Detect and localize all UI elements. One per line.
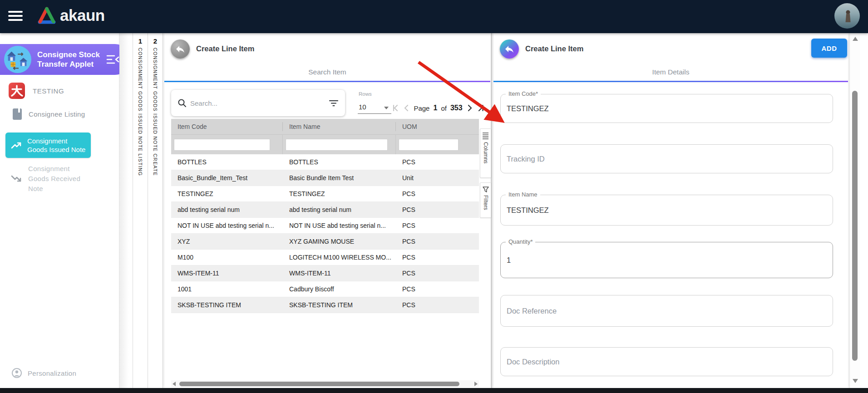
horizontal-scroll-thumb[interactable]: [179, 382, 459, 386]
filters-funnel-icon: [482, 186, 489, 193]
cell-item-code: SKSB-TESTING ITEM: [171, 301, 283, 309]
sidebar-item-consignee-listing[interactable]: Consignee Listing: [13, 108, 85, 120]
current-page: 1: [432, 104, 438, 112]
table-row[interactable]: TESTINGEZ TESTINGEZ PCS: [171, 186, 479, 202]
panel-title: Create Line Item: [196, 44, 254, 53]
panel-title: Create Line Item: [525, 44, 583, 53]
doc-description-field[interactable]: Doc Description: [500, 347, 833, 376]
chevron-down-icon: [384, 107, 389, 109]
sidebar-item-goods-issued-note[interactable]: Consignment Goods Issued Note: [5, 133, 91, 158]
uom-filter-input[interactable]: [399, 139, 459, 151]
item-name-field[interactable]: Item Name TESTINGEZ: [500, 195, 833, 226]
back-arrow-icon: [175, 44, 186, 54]
applet-header[interactable]: Consignee Stock Transfer Applet: [0, 44, 130, 75]
tab-goods-issued-note-create[interactable]: 2 CONSIGNMENT GOODS ISSUED NOTE CREATE: [148, 33, 163, 388]
table-row[interactable]: abd testing serial num abd testing seria…: [171, 202, 479, 218]
cell-item-name: WMS-ITEM-11: [283, 270, 396, 277]
columns-side-tab[interactable]: Columns: [480, 128, 491, 178]
tab-search-item[interactable]: Search Item: [164, 68, 490, 76]
trend-up-icon: [11, 141, 23, 150]
user-avatar[interactable]: [834, 3, 860, 29]
hamburger-menu-icon[interactable]: [8, 11, 23, 22]
item-code-filter-input[interactable]: [174, 139, 270, 151]
item-code-label: Item Code*: [506, 90, 541, 97]
back-button[interactable]: [500, 39, 519, 59]
menu-collapse-icon[interactable]: [106, 54, 120, 64]
column-header-item-code[interactable]: Item Code: [171, 122, 283, 131]
cell-uom: PCS: [396, 238, 479, 245]
akaun-logo: akaun: [37, 6, 105, 25]
column-header-item-name[interactable]: Item Name: [283, 122, 396, 131]
horizontal-scrollbar[interactable]: [171, 380, 479, 387]
search-bar: [171, 90, 345, 116]
tab-item-details[interactable]: Item Details: [493, 68, 848, 76]
sidebar: Consignee Stock Transfer Applet TESTING …: [0, 33, 119, 388]
cell-item-name: SKSB-TESTING ITEM: [283, 301, 396, 309]
cell-item-name: Cadbury Biscoff: [283, 285, 396, 293]
previous-page-button[interactable]: [401, 103, 411, 113]
item-name-filter-input[interactable]: [286, 139, 388, 151]
cell-uom: PCS: [396, 301, 479, 309]
table-row[interactable]: XYZ XYZ GAMING MOUSE PCS: [171, 234, 479, 250]
sidebar-item-goods-received-note[interactable]: Consignment Goods Received Note: [11, 164, 85, 193]
scroll-right-arrow-icon[interactable]: [474, 382, 478, 386]
logo-text: akaun: [60, 6, 105, 25]
vertical-scroll-thumb[interactable]: [852, 91, 858, 361]
first-page-button[interactable]: [390, 103, 399, 113]
pagination: Page 1 of 353: [390, 101, 486, 115]
table-row[interactable]: 1001 Cadbury Biscoff PCS: [171, 281, 479, 297]
sidebar-item-personalization[interactable]: Personalization: [12, 368, 76, 378]
vertical-scrollbar[interactable]: [849, 33, 860, 388]
last-page-button[interactable]: [477, 103, 486, 113]
filter-sort-icon[interactable]: [329, 99, 339, 107]
cell-item-name: XYZ GAMING MOUSE: [283, 238, 396, 245]
scroll-down-arrow-icon[interactable]: [853, 379, 858, 383]
search-input[interactable]: [190, 99, 329, 107]
cell-uom: PCS: [396, 270, 479, 277]
sidebar-item-label: Consignment Goods Received Note: [28, 164, 85, 193]
table-row[interactable]: Basic_Bundle_Item_Test Basic Bundle Item…: [171, 170, 479, 186]
cell-item-code: BOTTLES: [171, 158, 283, 166]
applet-title: Consignee Stock Transfer Applet: [37, 50, 105, 69]
person-icon: [12, 368, 22, 378]
item-table: Item Code Item Name UOM BOTTLES BOTTLES …: [171, 119, 479, 313]
search-item-panel: Create Line Item Search Item Rows 10: [164, 33, 490, 388]
doc-reference-field[interactable]: Doc Reference: [500, 295, 833, 327]
item-code-value: TESTINGEZ: [507, 104, 549, 113]
scroll-left-arrow-icon[interactable]: [173, 382, 176, 386]
bookmark-icon: [13, 108, 22, 120]
tab-goods-issued-note-listing[interactable]: 1 CONSIGNMENT GOODS ISSUED NOTE LISTING: [133, 33, 148, 388]
table-row[interactable]: M100 LOGITECH M100 WIRELESS MO... PCS: [171, 250, 479, 265]
tab-underline: [493, 81, 848, 82]
cell-uom: PCS: [396, 285, 479, 293]
personalization-label: Personalization: [28, 369, 76, 377]
quantity-field[interactable]: Quantity* 1: [500, 242, 833, 278]
cell-item-code: Basic_Bundle_Item_Test: [171, 174, 283, 182]
next-page-button[interactable]: [465, 103, 475, 113]
rows-per-page-select[interactable]: 10: [358, 101, 391, 114]
table-row[interactable]: BOTTLES BOTTLES PCS: [171, 154, 479, 170]
back-button[interactable]: [171, 39, 190, 59]
filters-side-tab[interactable]: Filters: [480, 182, 491, 218]
tab-number: 2: [148, 37, 163, 45]
table-filter-row: [171, 134, 479, 154]
item-code-field[interactable]: Item Code* TESTINGEZ: [500, 94, 833, 123]
top-navbar: akaun: [0, 0, 868, 33]
column-header-uom[interactable]: UOM: [396, 122, 479, 131]
of-word: of: [440, 104, 448, 112]
cell-uom: PCS: [396, 254, 479, 261]
table-row[interactable]: SKSB-TESTING ITEM SKSB-TESTING ITEM PCS: [171, 297, 479, 313]
table-row[interactable]: NOT IN USE abd testing serial n... NOT I…: [171, 218, 479, 234]
table-row[interactable]: WMS-ITEM-11 WMS-ITEM-11 PCS: [171, 265, 479, 281]
cell-item-name: TESTINGEZ: [283, 190, 396, 197]
tab-label: CONSIGNMENT GOODS ISSUED NOTE CREATE: [153, 48, 158, 176]
tracking-id-placeholder: Tracking ID: [507, 155, 545, 163]
bottom-strip: [0, 388, 868, 393]
add-button[interactable]: ADD: [811, 39, 847, 58]
cell-item-code: TESTINGEZ: [171, 190, 283, 197]
sidebar-item-testing[interactable]: TESTING: [8, 82, 64, 99]
scroll-up-arrow-icon[interactable]: [853, 37, 858, 41]
search-icon: [178, 98, 187, 108]
doc-reference-placeholder: Doc Reference: [507, 307, 557, 315]
tracking-id-field[interactable]: Tracking ID: [500, 144, 833, 173]
